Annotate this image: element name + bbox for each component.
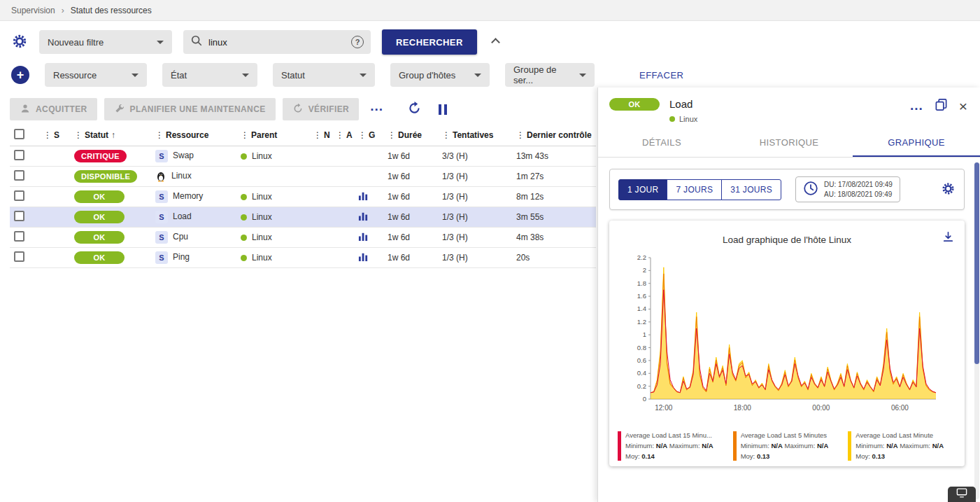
drag-handle-icon[interactable]: ⋮ [74, 130, 83, 140]
sort-asc-icon[interactable]: ↑ [111, 130, 115, 140]
search-button[interactable]: RECHERCHER [382, 29, 477, 55]
saved-filter-select[interactable]: Nouveau filtre [39, 30, 172, 54]
criteria-select-ressource[interactable]: Ressource [45, 63, 147, 87]
maintenance-wrench-icon [114, 103, 125, 116]
graph-icon[interactable] [358, 251, 369, 262]
plan-maintenance-button[interactable]: PLANIFIER UNE MAINTENANCE [104, 98, 276, 120]
row-checkbox[interactable] [14, 211, 24, 221]
legend-minmax: Minimum: N/A Maximum: N/A [741, 442, 829, 451]
graph-icon[interactable] [358, 211, 369, 221]
drag-handle-icon[interactable]: ⋮ [516, 130, 525, 140]
criteria-select-etat[interactable]: État [162, 63, 257, 87]
close-panel-button[interactable]: × [959, 99, 967, 113]
column-header-dernier-controle[interactable]: ⋮Dernier contrôle [512, 125, 596, 146]
column-header-tentatives[interactable]: ⋮Tentatives [438, 125, 512, 146]
panel-more-actions-button[interactable]: ... [910, 98, 923, 113]
export-chart-button[interactable] [942, 230, 955, 246]
service-icon: S [155, 190, 168, 203]
svg-text:06:00: 06:00 [891, 404, 909, 412]
tab-graphique[interactable]: GRAPHIQUE [853, 129, 980, 157]
range-7-days-button[interactable]: 7 JOURS [667, 179, 722, 200]
criteria-select-groupe-hotes[interactable]: Group d'hôtes [390, 63, 490, 87]
legend-average: Moy: 0.13 [741, 452, 829, 461]
drag-handle-icon[interactable]: ⋮ [336, 130, 344, 140]
check-button[interactable]: VÉRIFIER [283, 98, 360, 120]
drag-handle-icon[interactable]: ⋮ [241, 130, 249, 140]
scrollbar-thumb[interactable] [974, 162, 979, 364]
drag-handle-icon[interactable]: ⋮ [155, 130, 164, 140]
add-criteria-button[interactable]: + [11, 66, 29, 84]
panel-tabs: DÉTAILS HISTORIQUE GRAPHIQUE [598, 129, 980, 158]
custom-period-picker[interactable]: DU: 17/08/2021 09:49 AU: 18/08/2021 09:4… [795, 176, 900, 202]
chevron-down-icon [132, 74, 139, 77]
criteria-select-groupe-services[interactable]: Groupe de ser... [505, 63, 595, 87]
legend-item[interactable]: Average Load Last 5 MinutesMinimum: N/A … [733, 431, 841, 461]
panel-status-badge: OK [609, 98, 660, 111]
table-row[interactable]: OKSCpuLinux1w 6d1/3 (H)4m 38s [10, 228, 596, 248]
tab-historique[interactable]: HISTORIQUE [725, 129, 853, 157]
breadcrumb-item-current: Statut des ressources [71, 6, 152, 15]
range-31-days-button[interactable]: 31 JOURS [721, 179, 781, 200]
range-1-day-button[interactable]: 1 JOUR [618, 179, 667, 200]
legend-item[interactable]: Average Load Last MinuteMinimum: N/A Max… [848, 431, 956, 461]
duration-cell: 1w 6d [383, 228, 438, 248]
resource-name[interactable]: Memory [173, 191, 203, 201]
column-header-ressource[interactable]: ⋮Ressource [151, 125, 236, 146]
drag-handle-icon[interactable]: ⋮ [358, 130, 367, 140]
table-row[interactable]: OKSPingLinux1w 6d1/3 (H)20s [10, 248, 596, 268]
duration-cell: 1w 6d [383, 146, 438, 167]
drag-handle-icon[interactable]: ⋮ [442, 130, 450, 140]
clear-filters-button[interactable]: EFFACER [639, 70, 683, 81]
service-icon: S [155, 211, 168, 223]
person-icon [20, 103, 31, 116]
column-header-g[interactable]: ⋮G [354, 125, 383, 146]
criteria-select-statut[interactable]: Statut [273, 63, 375, 87]
resource-name[interactable]: Swap [173, 151, 194, 160]
column-header-duree[interactable]: ⋮Durée [383, 125, 438, 146]
row-checkbox[interactable] [14, 190, 24, 201]
resources-table: ⋮S ⋮Statut↑ ⋮Ressource ⋮Parent ⋮N ⋮A ⋮G … [10, 125, 596, 268]
row-checkbox[interactable] [14, 251, 24, 262]
column-header-statut[interactable]: ⋮Statut↑ [70, 125, 151, 146]
table-row[interactable]: OKSLoadLinux1w 6d1/3 (H)3m 55s [10, 207, 596, 228]
legend-minmax: Minimum: N/A Maximum: N/A [625, 442, 713, 451]
column-header-parent[interactable]: ⋮Parent [236, 125, 309, 146]
drag-handle-icon[interactable]: ⋮ [43, 130, 52, 140]
table-row[interactable]: DISPONIBLELinux1w 6d1/3 (H)1m 27s [10, 167, 596, 187]
breadcrumb-item-supervision[interactable]: Supervision [11, 6, 55, 15]
row-checkbox[interactable] [14, 150, 24, 160]
graph-icon[interactable] [358, 190, 369, 201]
resource-name[interactable]: Ping [173, 252, 190, 262]
table-row[interactable]: CRITIQUESSwapLinux1w 6d3/3 (H)13m 43s [10, 146, 596, 167]
column-header-n[interactable]: ⋮N [309, 125, 332, 146]
collapse-filters-icon[interactable] [491, 38, 500, 47]
pause-refresh-button[interactable] [439, 104, 447, 115]
drag-handle-icon[interactable]: ⋮ [388, 130, 396, 140]
select-all-checkbox[interactable] [14, 129, 24, 139]
filter-settings-button[interactable] [11, 33, 28, 52]
table-row[interactable]: OKSMemoryLinux1w 6d1/3 (H)8m 12s [10, 187, 596, 207]
graph-settings-button[interactable] [941, 181, 956, 198]
refresh-button[interactable] [407, 101, 422, 118]
graph-icon[interactable] [358, 231, 369, 242]
drag-handle-icon[interactable]: ⋮ [313, 130, 322, 140]
screen-share-button[interactable] [948, 487, 976, 502]
resource-name[interactable]: Load [173, 211, 192, 221]
column-header-a[interactable]: ⋮A [332, 125, 354, 146]
column-header-severity[interactable]: ⋮S [39, 125, 70, 146]
resource-name[interactable]: Linux [171, 171, 192, 181]
breadcrumb-separator: › [62, 6, 64, 15]
panel-scrollbar[interactable] [974, 162, 979, 499]
legend-item[interactable]: Average Load Last 15 Minu...Minimum: N/A… [618, 431, 726, 461]
legend-color-bar [618, 431, 621, 461]
tab-details[interactable]: DÉTAILS [598, 129, 725, 157]
status-badge: OK [74, 190, 125, 203]
resource-name[interactable]: Cpu [173, 232, 188, 242]
row-checkbox[interactable] [14, 231, 24, 242]
acknowledge-button[interactable]: ACQUITTER [10, 98, 97, 120]
help-icon[interactable]: ? [351, 36, 364, 48]
search-input[interactable] [208, 37, 346, 48]
more-actions-button[interactable]: ... [370, 99, 383, 114]
copy-link-button[interactable] [935, 98, 948, 113]
row-checkbox[interactable] [14, 170, 24, 181]
